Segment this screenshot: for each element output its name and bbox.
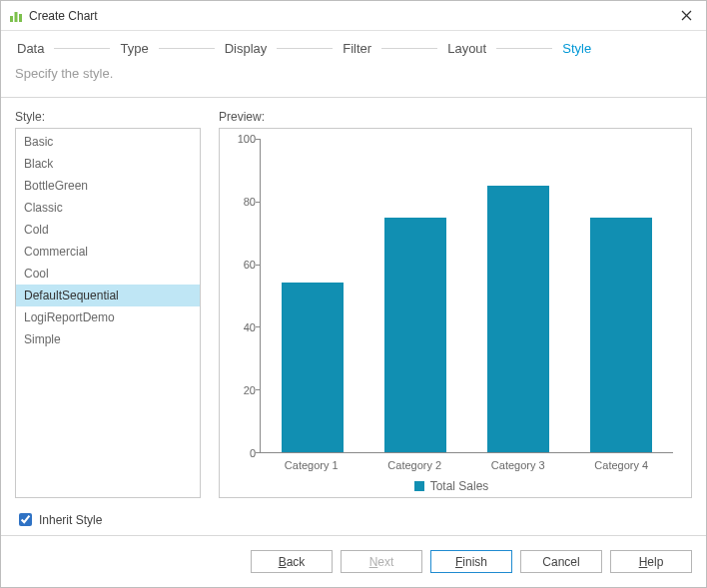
x-tick-label: Category 4 xyxy=(570,453,674,471)
x-axis-labels: Category 1Category 2Category 3Category 4 xyxy=(260,453,673,471)
y-tick-mark xyxy=(256,139,261,140)
y-tick-mark xyxy=(256,326,261,327)
y-tick-mark xyxy=(256,452,261,453)
preview-box: 020406080100 Category 1Category 2Categor… xyxy=(219,128,692,498)
wizard-description: Specify the style. xyxy=(15,66,692,81)
style-item[interactable]: BottleGreen xyxy=(16,175,200,197)
y-tick-mark xyxy=(256,389,261,390)
wizard-step-type[interactable]: Type xyxy=(118,41,150,56)
inherit-style-checkbox[interactable] xyxy=(19,513,32,526)
x-tick-label: Category 3 xyxy=(466,453,570,471)
style-item[interactable]: Classic xyxy=(16,197,200,219)
svg-rect-1 xyxy=(15,12,18,22)
preview-label: Preview: xyxy=(219,110,692,124)
bar xyxy=(487,186,549,452)
style-item[interactable]: Commercial xyxy=(16,241,200,263)
legend: Total Sales xyxy=(230,479,673,493)
style-item[interactable]: Basic xyxy=(16,131,200,153)
step-separator xyxy=(496,48,552,49)
y-tick-label: 100 xyxy=(238,133,256,145)
style-item[interactable]: Cold xyxy=(16,219,200,241)
style-panel: Style: BasicBlackBottleGreenClassicColdC… xyxy=(15,110,201,498)
style-item[interactable]: Cool xyxy=(16,263,200,285)
wizard-step-style[interactable]: Style xyxy=(560,41,593,56)
wizard-step-layout[interactable]: Layout xyxy=(445,41,488,56)
style-item[interactable]: DefaultSequential xyxy=(16,285,200,306)
plot-area xyxy=(260,139,673,453)
wizard-step-filter[interactable]: Filter xyxy=(341,41,373,56)
step-separator xyxy=(159,48,215,49)
style-item[interactable]: Black xyxy=(16,153,200,175)
y-tick-mark xyxy=(256,202,261,203)
wizard-steps: DataTypeDisplayFilterLayoutStyle xyxy=(15,41,692,56)
window-title: Create Chart xyxy=(29,9,674,23)
create-chart-dialog: Create Chart DataTypeDisplayFilterLayout… xyxy=(0,0,707,588)
style-list[interactable]: BasicBlackBottleGreenClassicColdCommerci… xyxy=(15,128,201,498)
svg-rect-2 xyxy=(19,14,22,22)
button-bar: Back Next Finish Cancel Help xyxy=(1,535,706,587)
next-button: Next xyxy=(341,550,422,573)
x-tick-label: Category 2 xyxy=(363,453,467,471)
back-button[interactable]: Back xyxy=(251,550,333,573)
wizard-step-display[interactable]: Display xyxy=(223,41,270,56)
finish-button[interactable]: Finish xyxy=(430,550,512,573)
wizard-step-data[interactable]: Data xyxy=(15,41,46,56)
chart-icon xyxy=(9,9,23,23)
preview-panel: Preview: 020406080100 Category 1Category… xyxy=(219,110,692,498)
content-area: Style: BasicBlackBottleGreenClassicColdC… xyxy=(1,98,706,504)
help-button[interactable]: Help xyxy=(610,550,692,573)
style-label: Style: xyxy=(15,110,201,124)
x-tick-label: Category 1 xyxy=(260,453,363,471)
y-tick-label: 60 xyxy=(244,259,256,271)
bars-container xyxy=(261,139,673,452)
y-tick-label: 40 xyxy=(244,321,256,333)
y-axis: 020406080100 xyxy=(230,139,260,453)
y-tick-label: 0 xyxy=(250,447,256,459)
legend-label: Total Sales xyxy=(430,479,489,493)
step-separator xyxy=(381,48,437,49)
style-item[interactable]: LogiReportDemo xyxy=(16,306,200,328)
y-tick-label: 80 xyxy=(244,196,256,208)
bar xyxy=(282,283,344,452)
y-tick-label: 20 xyxy=(244,384,256,396)
close-icon xyxy=(681,10,692,21)
y-tick-mark xyxy=(256,265,261,266)
svg-rect-0 xyxy=(10,16,13,22)
close-button[interactable] xyxy=(674,4,698,28)
chart-area: 020406080100 xyxy=(230,139,673,453)
cancel-button[interactable]: Cancel xyxy=(520,550,602,573)
bar xyxy=(590,218,652,453)
bar xyxy=(384,218,446,453)
inherit-style-row: Inherit Style xyxy=(1,504,706,535)
titlebar: Create Chart xyxy=(1,1,706,31)
style-item[interactable]: Simple xyxy=(16,328,200,350)
legend-swatch xyxy=(414,481,424,491)
inherit-style-label[interactable]: Inherit Style xyxy=(39,513,102,527)
wizard-header: DataTypeDisplayFilterLayoutStyle Specify… xyxy=(1,31,706,98)
step-separator xyxy=(277,48,333,49)
step-separator xyxy=(54,48,110,49)
